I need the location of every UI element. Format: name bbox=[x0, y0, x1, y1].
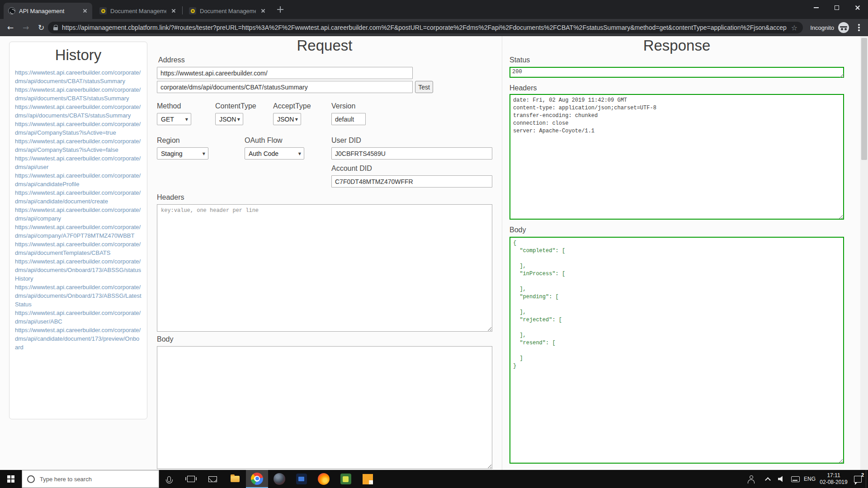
browser-menu-icon[interactable] bbox=[854, 23, 863, 32]
chevron-down-icon: ▼ bbox=[185, 117, 188, 122]
region-select[interactable]: Staging ▼ bbox=[157, 147, 208, 160]
history-link[interactable]: https://wwwtest.api.careerbuilder.com/co… bbox=[15, 120, 142, 137]
window-maximize-button[interactable] bbox=[826, 0, 847, 15]
start-button[interactable] bbox=[0, 470, 22, 488]
history-link[interactable]: https://wwwtest.api.careerbuilder.com/co… bbox=[15, 85, 142, 103]
chrome-app-icon[interactable] bbox=[246, 470, 268, 488]
taskbar-clock[interactable]: 17:11 02-08-2019 bbox=[817, 470, 850, 488]
test-button[interactable]: Test bbox=[415, 81, 433, 93]
history-link[interactable]: https://wwwtest.api.careerbuilder.com/co… bbox=[15, 309, 142, 326]
task-view-button[interactable] bbox=[180, 470, 202, 488]
history-link[interactable]: https://wwwtest.api.careerbuilder.com/co… bbox=[15, 68, 142, 85]
response-body-text: { "completed": [ ], "inProcess": [ ], "p… bbox=[510, 238, 843, 463]
show-desktop-button[interactable] bbox=[866, 470, 868, 488]
dms-favicon bbox=[99, 7, 107, 14]
tab-close-icon[interactable] bbox=[81, 7, 89, 14]
url-text[interactable]: https://apimanagement.cbplatform.link/?#… bbox=[62, 24, 787, 31]
user-did-input[interactable] bbox=[331, 147, 492, 160]
tab-divider bbox=[182, 6, 183, 14]
back-icon[interactable]: ← bbox=[4, 19, 17, 36]
request-body-textarea[interactable] bbox=[157, 346, 492, 469]
green-app-icon[interactable] bbox=[335, 470, 357, 488]
history-link[interactable]: https://wwwtest.api.careerbuilder.com/co… bbox=[15, 188, 142, 206]
page-scrollbar[interactable] bbox=[860, 36, 868, 470]
tab-api-management[interactable]: API Management bbox=[4, 3, 92, 19]
page-content: History https://wwwtest.api.careerbuilde… bbox=[0, 36, 868, 470]
new-tab-button[interactable] bbox=[277, 6, 284, 13]
status-box[interactable]: 200 bbox=[509, 67, 844, 78]
region-label: Region bbox=[157, 136, 180, 145]
touch-keyboard-icon[interactable] bbox=[788, 470, 802, 488]
version-label: Version bbox=[331, 102, 355, 110]
content-type-label: ContentType bbox=[215, 102, 256, 110]
window-close-button[interactable] bbox=[847, 0, 868, 15]
chevron-down-icon: ▼ bbox=[295, 117, 298, 122]
tab-dms-2[interactable]: Document Management Service bbox=[184, 3, 270, 19]
accept-type-select[interactable]: JSON ▼ bbox=[273, 113, 301, 125]
history-link[interactable]: https://wwwtest.api.careerbuilder.com/co… bbox=[15, 257, 142, 283]
clock-date: 02-08-2019 bbox=[820, 479, 847, 486]
account-did-input[interactable] bbox=[331, 175, 492, 188]
browser-sphere-app-icon[interactable] bbox=[268, 470, 290, 488]
forward-icon[interactable]: → bbox=[19, 19, 33, 36]
accept-type-label: AcceptType bbox=[273, 102, 311, 110]
chevron-down-icon: ▼ bbox=[298, 152, 301, 156]
history-title: History bbox=[9, 47, 147, 64]
volume-icon[interactable] bbox=[775, 470, 788, 488]
version-input[interactable] bbox=[331, 113, 366, 125]
people-icon[interactable] bbox=[743, 470, 759, 488]
address-label: Address bbox=[158, 56, 185, 64]
windows-taskbar: Type here to search ENG 17:11 02-08-2019… bbox=[0, 470, 868, 488]
response-headers-box[interactable]: date: Fri, 02 Aug 2019 11:42:09 GMT cont… bbox=[509, 94, 844, 220]
response-body-box[interactable]: { "completed": [ ], "inProcess": [ ], "p… bbox=[509, 237, 844, 464]
history-link[interactable]: https://wwwtest.api.careerbuilder.com/co… bbox=[15, 103, 142, 120]
chevron-down-icon: ▼ bbox=[203, 152, 205, 156]
method-select[interactable]: GET ▼ bbox=[157, 113, 191, 125]
notes-app-icon[interactable] bbox=[357, 470, 379, 488]
content-type-select[interactable]: JSON ▼ bbox=[215, 113, 243, 125]
status-label: Status bbox=[509, 56, 530, 64]
oauth-flow-select[interactable]: Auth Code ▼ bbox=[245, 147, 304, 160]
address-path-input[interactable] bbox=[157, 81, 413, 93]
user-did-label: User DID bbox=[331, 136, 361, 145]
action-center-icon[interactable]: 2 bbox=[850, 470, 865, 488]
response-headers-text: date: Fri, 02 Aug 2019 11:42:09 GMT cont… bbox=[510, 95, 843, 219]
response-body-label: Body bbox=[509, 226, 526, 234]
content-type-value: JSON bbox=[219, 116, 236, 123]
url-bar[interactable]: https://apimanagement.cbplatform.link/?#… bbox=[48, 22, 803, 33]
history-link[interactable]: https://wwwtest.api.careerbuilder.com/co… bbox=[15, 326, 142, 352]
taskbar-search[interactable]: Type here to search bbox=[22, 470, 159, 488]
request-headers-label: Headers bbox=[157, 193, 184, 202]
history-link[interactable]: https://wwwtest.api.careerbuilder.com/co… bbox=[15, 171, 142, 188]
bookmark-star-icon[interactable]: ☆ bbox=[791, 23, 797, 32]
code-editor-app-icon[interactable] bbox=[290, 470, 312, 488]
microphone-icon[interactable] bbox=[161, 470, 177, 488]
history-link[interactable]: https://wwwtest.api.careerbuilder.com/co… bbox=[15, 206, 142, 223]
incognito-indicator: Incognito bbox=[810, 19, 849, 36]
tab-close-icon[interactable] bbox=[259, 7, 267, 14]
tab-title: Document Management Service bbox=[200, 8, 256, 14]
history-link[interactable]: https://wwwtest.api.careerbuilder.com/co… bbox=[15, 240, 142, 257]
tab-dms-1[interactable]: Document Management Service bbox=[95, 3, 181, 19]
history-link[interactable]: https://wwwtest.api.careerbuilder.com/co… bbox=[15, 223, 142, 240]
tab-close-icon[interactable] bbox=[170, 7, 177, 14]
lock-icon bbox=[53, 27, 58, 30]
request-headers-textarea[interactable] bbox=[157, 204, 492, 332]
file-explorer-icon[interactable] bbox=[224, 470, 246, 488]
reload-icon[interactable]: ↻ bbox=[34, 19, 48, 36]
browser-toolbar: ← → ↻ https://apimanagement.cbplatform.l… bbox=[0, 19, 868, 36]
firefox-app-icon[interactable] bbox=[312, 470, 335, 488]
mail-app-icon[interactable] bbox=[202, 470, 224, 488]
tray-expand-chevron-icon[interactable] bbox=[761, 470, 774, 488]
notification-badge: 2 bbox=[861, 472, 864, 478]
history-link[interactable]: https://wwwtest.api.careerbuilder.com/co… bbox=[15, 283, 142, 309]
scrollbar-thumb[interactable] bbox=[861, 38, 867, 160]
window-minimize-button[interactable] bbox=[806, 0, 826, 15]
history-panel: History https://wwwtest.api.careerbuilde… bbox=[9, 42, 147, 419]
address-base-input[interactable] bbox=[157, 67, 413, 79]
history-link[interactable]: https://wwwtest.api.careerbuilder.com/co… bbox=[15, 154, 142, 171]
language-indicator[interactable]: ENG bbox=[802, 470, 817, 488]
oauth-flow-value: Auth Code bbox=[249, 150, 278, 157]
request-body-label: Body bbox=[157, 335, 173, 343]
history-link[interactable]: https://wwwtest.api.careerbuilder.com/co… bbox=[15, 137, 142, 154]
